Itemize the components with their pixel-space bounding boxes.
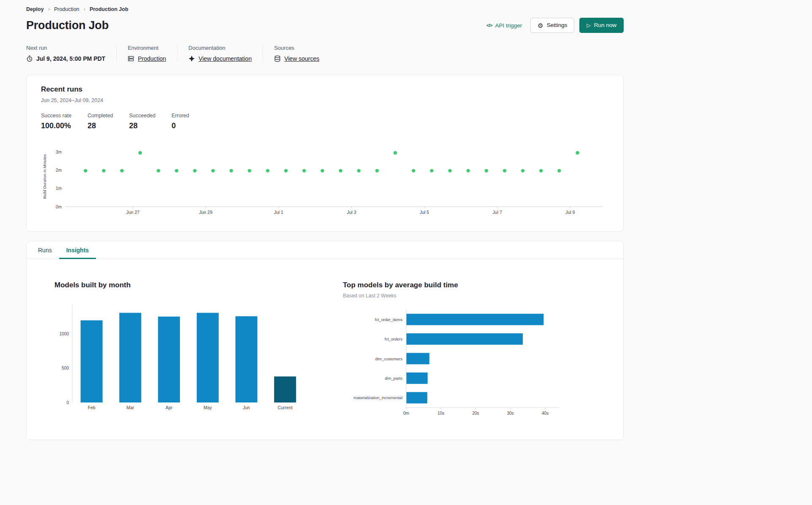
svg-text:Jul 3: Jul 3 bbox=[347, 210, 356, 215]
svg-text:May: May bbox=[204, 405, 212, 410]
top-models-chart: 0m10s20s30s40sfct_order_itemsfct_ordersd… bbox=[343, 305, 615, 422]
breadcrumb-production-job: Production Job bbox=[90, 6, 128, 12]
svg-text:Jun 29: Jun 29 bbox=[199, 210, 213, 215]
svg-text:Build Duration in Minutes: Build Duration in Minutes bbox=[42, 154, 47, 199]
next-run-cell: Next run Jul 9, 2024, 5:00 PM PDT bbox=[26, 45, 116, 62]
svg-text:10s: 10s bbox=[437, 411, 444, 416]
chevron-right-icon: › bbox=[48, 6, 50, 12]
svg-text:3m: 3m bbox=[56, 150, 62, 154]
environment-link[interactable]: Production bbox=[138, 55, 166, 62]
documentation-label: Documentation bbox=[188, 45, 252, 51]
top-models-title: Top models by average build time bbox=[343, 281, 615, 289]
recent-runs-stats: Success rate 100.00% Completed 28 Succee… bbox=[41, 113, 609, 130]
breadcrumb-production[interactable]: Production bbox=[54, 6, 79, 12]
models-built-panel: Models built by month 05001000FebMarAprM… bbox=[54, 281, 343, 422]
documentation-cell: Documentation View documentation bbox=[177, 45, 263, 62]
models-built-title: Models built by month bbox=[54, 281, 343, 289]
environment-icon bbox=[128, 55, 134, 62]
svg-text:Feb: Feb bbox=[88, 405, 95, 410]
code-icon: </> bbox=[486, 23, 492, 28]
recent-runs-title: Recent runs bbox=[41, 85, 609, 94]
next-run-value: Jul 9, 2024, 5:00 PM PDT bbox=[36, 55, 105, 62]
svg-text:dim_customers: dim_customers bbox=[375, 356, 403, 361]
tab-insights[interactable]: Insights bbox=[59, 241, 96, 259]
svg-text:30s: 30s bbox=[507, 411, 514, 416]
page-container: Deploy › Production › Production Job Pro… bbox=[26, 0, 624, 453]
svg-text:Jul 5: Jul 5 bbox=[420, 210, 429, 215]
tab-bar: Runs Insights bbox=[27, 241, 623, 259]
svg-text:0m: 0m bbox=[403, 411, 409, 416]
header-actions: </> API trigger ⚙ Settings ▷ Run now bbox=[486, 18, 624, 33]
settings-label: Settings bbox=[547, 22, 568, 29]
api-trigger-label: API trigger bbox=[495, 22, 522, 29]
view-sources-link[interactable]: View sources bbox=[284, 55, 319, 62]
job-detail-card: Runs Insights Models built by month 0500… bbox=[26, 241, 624, 440]
svg-text:Jun: Jun bbox=[243, 405, 250, 410]
breadcrumb-deploy[interactable]: Deploy bbox=[26, 6, 44, 12]
page-header: Production Job </> API trigger ⚙ Setting… bbox=[26, 18, 624, 33]
models-built-chart: 05001000FebMarAprMayJunCurrent bbox=[54, 300, 343, 415]
top-models-panel: Top models by average build time Based o… bbox=[343, 281, 615, 422]
settings-button[interactable]: ⚙ Settings bbox=[530, 18, 574, 33]
stat-success-rate: Success rate 100.00% bbox=[41, 113, 71, 130]
run-now-button[interactable]: ▷ Run now bbox=[579, 18, 624, 33]
stat-completed: Completed 28 bbox=[87, 113, 113, 130]
svg-text:fct_orders: fct_orders bbox=[385, 337, 402, 341]
svg-text:Apr: Apr bbox=[166, 405, 173, 410]
api-trigger-link[interactable]: </> API trigger bbox=[486, 22, 522, 29]
svg-text:Mar: Mar bbox=[126, 405, 134, 410]
svg-text:fct_order_items: fct_order_items bbox=[375, 317, 403, 322]
view-documentation-link[interactable]: View documentation bbox=[198, 55, 252, 62]
svg-text:Jun 27: Jun 27 bbox=[126, 210, 140, 215]
svg-text:Jul 9: Jul 9 bbox=[565, 210, 575, 215]
play-icon: ▷ bbox=[587, 23, 590, 28]
svg-text:2m: 2m bbox=[56, 168, 62, 173]
svg-text:1m: 1m bbox=[56, 186, 62, 191]
gear-icon: ⚙ bbox=[538, 22, 543, 29]
tab-runs[interactable]: Runs bbox=[31, 241, 59, 259]
insights-panel: Models built by month 05001000FebMarAprM… bbox=[27, 259, 623, 440]
breadcrumb: Deploy › Production › Production Job bbox=[26, 0, 624, 12]
stat-succeeded: Succeeded 28 bbox=[129, 113, 156, 130]
environment-label: Environment bbox=[128, 45, 166, 51]
run-now-label: Run now bbox=[594, 22, 616, 29]
recent-runs-date-range: Jun 25, 2024–Jul 09, 2024 bbox=[41, 97, 609, 103]
chevron-right-icon: › bbox=[84, 6, 85, 12]
svg-text:Jul 7: Jul 7 bbox=[493, 210, 502, 215]
clock-icon bbox=[26, 55, 33, 62]
stat-errored: Errored 0 bbox=[171, 113, 189, 130]
next-run-label: Next run bbox=[26, 45, 105, 51]
sources-cell: Sources View sources bbox=[263, 45, 330, 62]
svg-text:1000: 1000 bbox=[60, 332, 69, 336]
svg-text:Current: Current bbox=[278, 405, 293, 410]
recent-runs-card: Recent runs Jun 25, 2024–Jul 09, 2024 Su… bbox=[26, 75, 624, 232]
sources-label: Sources bbox=[274, 45, 319, 51]
top-models-subtitle: Based on Last 2 Weeks bbox=[343, 293, 615, 299]
svg-text:0m: 0m bbox=[56, 205, 62, 209]
svg-text:dim_parts: dim_parts bbox=[385, 376, 402, 381]
svg-text:0: 0 bbox=[66, 400, 69, 405]
job-info-row: Next run Jul 9, 2024, 5:00 PM PDT Enviro… bbox=[26, 45, 624, 62]
build-duration-scatter-chart: 0m1m2m3mJun 27Jun 29Jul 1Jul 3Jul 5Jul 7… bbox=[41, 140, 609, 220]
dbt-docs-icon bbox=[188, 55, 195, 62]
database-icon bbox=[274, 55, 281, 62]
svg-text:40s: 40s bbox=[542, 411, 549, 416]
environment-cell: Environment Production bbox=[116, 45, 177, 62]
page-title: Production Job bbox=[26, 19, 109, 32]
svg-text:500: 500 bbox=[62, 366, 69, 371]
svg-text:materialization_incremental: materialization_incremental bbox=[353, 395, 402, 400]
svg-text:20s: 20s bbox=[472, 411, 479, 416]
svg-text:Jul 1: Jul 1 bbox=[274, 210, 283, 215]
